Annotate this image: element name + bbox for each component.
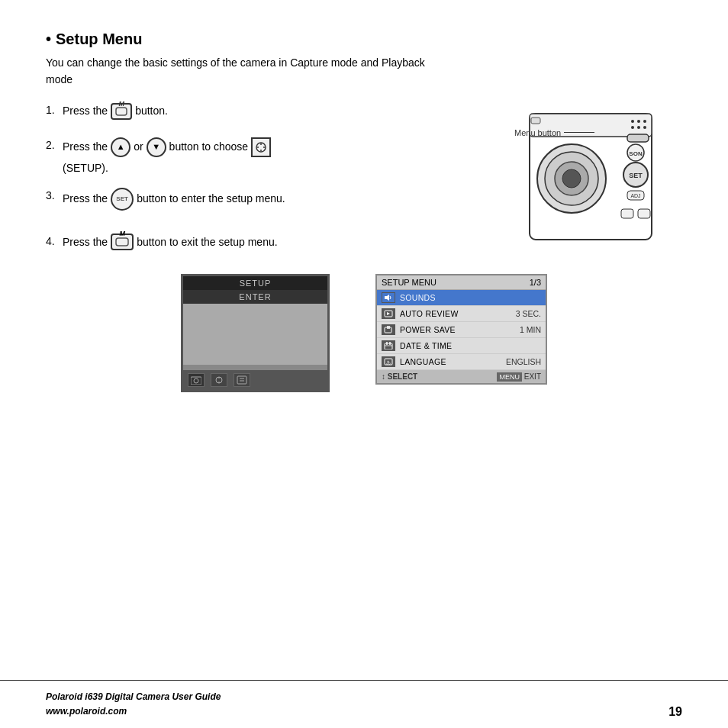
sounds-icon: [382, 292, 395, 303]
lcd-icon-3: [234, 373, 250, 387]
screenshots-section: SETUP ENTER: [46, 274, 682, 392]
lcd-screen: SETUP ENTER: [181, 274, 330, 392]
power-save-icon: [382, 324, 395, 335]
menu-row-sounds: SOUNDS: [377, 290, 546, 306]
step-4-text-before: Press the: [63, 234, 108, 252]
menu-row-date-time: DATE & TIME: [377, 338, 546, 354]
power-save-value: 1 MIN: [520, 325, 541, 334]
lcd-icon-1-svg: [191, 375, 201, 385]
svg-text:SET: SET: [629, 172, 643, 179]
menu-row-power-save: POWER SAVE 1 MIN: [377, 322, 546, 338]
svg-point-8: [631, 120, 634, 123]
menu-button-label: Menu button: [514, 128, 561, 137]
lcd-icon-3-svg: [237, 375, 247, 385]
step-2-text-before: Press the: [63, 138, 108, 156]
step-2-num: 2.: [46, 139, 63, 151]
menu-header: SETUP MENU 1/3: [377, 275, 546, 290]
svg-text:SON: SON: [629, 150, 643, 157]
setup-wrench-icon: [255, 141, 267, 153]
lcd-bottom-icons: [183, 370, 327, 390]
svg-rect-26: [627, 134, 649, 142]
svg-rect-25: [638, 209, 650, 218]
power-save-icon-svg: [384, 326, 393, 333]
lcd-gray-area: [183, 304, 327, 365]
svg-text:ADJ: ADJ: [630, 193, 640, 198]
svg-rect-27: [531, 118, 540, 124]
step-3: 3. Press the SET button to enter the set…: [46, 188, 450, 211]
svg-point-10: [643, 120, 646, 123]
step-4-content: Press the M button to exit the setup men…: [63, 234, 278, 252]
footer-brand-line2: www.polaroid.com: [46, 704, 221, 719]
svg-rect-34: [237, 376, 246, 384]
sounds-label: SOUNDS: [400, 293, 536, 302]
section-title: Setup Menu: [56, 31, 142, 48]
setup-menu-screen: SETUP MENU 1/3 SOUNDS: [375, 274, 547, 385]
footer-page-number: 19: [668, 705, 682, 719]
set-button-icon: SET: [111, 188, 134, 211]
language-value: ENGLISH: [506, 357, 541, 366]
section-bullet: •: [46, 31, 51, 48]
language-icon: あ: [382, 356, 395, 367]
step-1-text-before: Press the: [63, 102, 108, 121]
camera-svg: SON SET ADJ: [514, 102, 682, 255]
svg-point-17: [562, 169, 581, 188]
footer-exit-key: MENU: [497, 372, 522, 382]
lcd-screen-container: SETUP ENTER: [181, 274, 330, 392]
menu-header-right: 1/3: [530, 278, 541, 287]
language-icon-svg: あ: [384, 358, 393, 366]
step-2-content: Press the ▲ or ▼ button to choose: [63, 137, 271, 157]
lcd-setup-bar: SETUP: [183, 276, 327, 290]
date-time-icon-svg: [384, 342, 393, 350]
step-3-num: 3.: [46, 189, 63, 201]
lcd-icon-1: [188, 373, 205, 387]
svg-point-13: [643, 126, 646, 129]
date-time-icon: [382, 340, 395, 351]
lcd-icon-2-svg: [214, 375, 224, 385]
lcd-enter-bar: ENTER: [183, 290, 327, 304]
svg-point-12: [637, 126, 640, 129]
sounds-icon-svg: [384, 294, 393, 301]
auto-review-icon-svg: [384, 310, 393, 317]
svg-marker-39: [387, 312, 390, 315]
footer-exit-text: MENU EXIT: [497, 372, 541, 381]
footer-select-text: ↕ SELECT: [382, 372, 417, 381]
step-1-content: Press the M button.: [63, 102, 168, 121]
m-badge-1: M: [118, 98, 124, 110]
footer-brand-line1: Polaroid i639 Digital Camera User Guide: [46, 690, 221, 704]
setup-menu-screen-container: SETUP MENU 1/3 SOUNDS: [375, 274, 547, 385]
step-2: 2. Press the ▲ or ▼ button to choose: [46, 137, 450, 157]
svg-rect-43: [385, 343, 392, 350]
menu-row-language: あ LANGUAGE ENGLISH: [377, 354, 546, 370]
menu-button-icon-4: M: [111, 234, 134, 250]
step-2-text-middle: button to choose: [169, 138, 249, 156]
auto-review-label: AUTO REVIEW: [400, 309, 511, 318]
step-2-or: or: [134, 138, 143, 156]
down-arrow-button: ▼: [147, 137, 166, 157]
step-1: 1. Press the M button.: [46, 102, 450, 121]
m-badge-4: M: [119, 228, 125, 240]
svg-marker-37: [385, 295, 389, 301]
intro-text: You can change the basic settings of the…: [46, 54, 443, 89]
step-3-text-after: button to enter the setup menu.: [137, 190, 285, 208]
svg-point-30: [194, 378, 198, 383]
auto-review-icon: [382, 308, 395, 319]
lcd-icon-2: [211, 373, 227, 387]
svg-rect-24: [621, 209, 633, 218]
camera-illustration: SON SET ADJ Menu button: [514, 102, 682, 255]
menu-footer: ↕ SELECT MENU EXIT: [377, 370, 546, 383]
setup-icon: [251, 137, 271, 157]
svg-point-9: [637, 120, 640, 123]
svg-text:あ: あ: [386, 360, 391, 366]
page: • Setup Menu You can change the basic se…: [0, 0, 728, 728]
menu-button-icon-1: M: [111, 103, 132, 120]
step-3-text-before: Press the: [63, 190, 108, 208]
footer-brand: Polaroid i639 Digital Camera User Guide …: [46, 690, 221, 719]
up-arrow-button: ▲: [111, 137, 130, 157]
auto-review-value: 3 SEC.: [516, 309, 541, 318]
svg-point-11: [631, 126, 634, 129]
page-footer: Polaroid i639 Digital Camera User Guide …: [0, 680, 728, 728]
step-3-content: Press the SET button to enter the setup …: [63, 188, 285, 211]
step-4-num: 4.: [46, 235, 63, 247]
power-save-label: POWER SAVE: [400, 325, 515, 334]
language-label: LANGUAGE: [400, 357, 501, 366]
